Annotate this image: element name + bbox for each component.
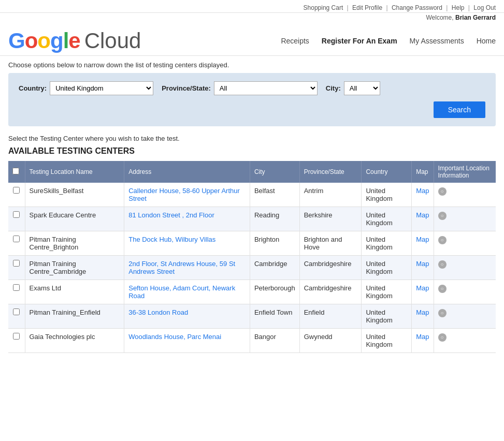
row-info: ○ xyxy=(434,304,496,329)
sep2: | xyxy=(386,4,387,11)
map-link[interactable]: Map xyxy=(416,333,429,341)
city-select[interactable]: All Belfast Reading Brighton Cambridge P… xyxy=(344,81,380,95)
row-country: United Kingdom xyxy=(362,183,412,207)
row-map: Map xyxy=(412,304,434,329)
row-checkbox-cell xyxy=(8,231,25,256)
province-select[interactable]: All Antrim Berkshire Cambridgeshire Enfi… xyxy=(214,81,318,95)
col-city-header: City xyxy=(250,161,299,183)
map-link[interactable]: Map xyxy=(416,308,429,316)
row-map: Map xyxy=(412,329,434,353)
page-instruction: Choose options below to narrow down the … xyxy=(0,56,504,73)
nav-receipts[interactable]: Receipts xyxy=(281,37,309,45)
city-filter-group: City: All Belfast Reading Brighton Cambr… xyxy=(326,81,380,95)
province-filter-group: Province/State: All Antrim Berkshire Cam… xyxy=(162,81,318,95)
row-info: ○ xyxy=(434,183,496,207)
nav-home[interactable]: Home xyxy=(477,37,496,45)
row-name: Spark Educare Centre xyxy=(25,207,124,231)
row-map: Map xyxy=(412,280,434,304)
row-checkbox-cell xyxy=(8,183,25,207)
logo-e: e xyxy=(68,28,80,53)
logo-g2: g xyxy=(50,28,63,53)
col-map-header: Map xyxy=(412,161,434,183)
main-nav: Receipts Register For An Exam My Assessm… xyxy=(281,37,496,45)
row-info: ○ xyxy=(434,231,496,256)
tc-heading: AVAILABLE TESTING CENTERS xyxy=(8,146,496,156)
row-address: 2nd Floor, St Andrews House, 59 St Andre… xyxy=(124,256,250,280)
row-address: 81 London Street , 2nd Floor xyxy=(124,207,250,231)
row-checkbox-cell xyxy=(8,207,25,231)
nav-register[interactable]: Register For An Exam xyxy=(322,37,397,45)
row-address: Woodlands House, Parc Menai xyxy=(124,329,250,353)
col-name-header: Testing Location Name xyxy=(25,161,124,183)
row-province: Berkshire xyxy=(299,207,362,231)
log-out-link[interactable]: Log Out xyxy=(473,4,496,11)
map-link[interactable]: Map xyxy=(416,260,429,268)
row-checkbox[interactable] xyxy=(13,236,20,242)
table-row: SureSkills_BelfastCallender House, 58-60… xyxy=(8,183,496,207)
row-map: Map xyxy=(412,183,434,207)
info-icon[interactable]: ○ xyxy=(438,285,447,293)
table-header: Testing Location Name Address City Provi… xyxy=(8,161,496,183)
row-info: ○ xyxy=(434,207,496,231)
col-province-header: Province/State xyxy=(299,161,362,183)
country-label: Country: xyxy=(19,84,47,92)
row-name: Pitman Training Centre_Brighton xyxy=(25,231,124,256)
info-icon[interactable]: ○ xyxy=(438,212,447,220)
info-icon[interactable]: ○ xyxy=(438,187,447,196)
row-country: United Kingdom xyxy=(362,329,412,353)
col-address-header: Address xyxy=(124,161,250,183)
nav-assessments[interactable]: My Assessments xyxy=(410,37,464,45)
welcome-bar: Welcome, Brian Gerrard xyxy=(0,13,504,23)
header-row: Testing Location Name Address City Provi… xyxy=(8,161,496,183)
row-checkbox[interactable] xyxy=(13,284,20,291)
row-city: Enfield Town xyxy=(250,304,299,329)
col-info-header: Important Location Information xyxy=(434,161,496,183)
help-link[interactable]: Help xyxy=(452,4,465,11)
row-country: United Kingdom xyxy=(362,304,412,329)
search-btn-row: Search xyxy=(19,101,485,118)
row-name: Exams Ltd xyxy=(25,280,124,304)
country-select[interactable]: United Kingdom United States Australia C… xyxy=(50,81,153,95)
edit-profile-link[interactable]: Edit Profile xyxy=(352,4,382,11)
province-label: Province/State: xyxy=(162,84,211,92)
row-name: Pitman Training Centre_Cambridge xyxy=(25,256,124,280)
row-checkbox[interactable] xyxy=(13,211,20,218)
sep1: | xyxy=(347,4,349,11)
row-checkbox[interactable] xyxy=(13,333,20,340)
row-country: United Kingdom xyxy=(362,231,412,256)
select-all-checkbox[interactable] xyxy=(12,168,19,174)
row-checkbox-cell xyxy=(8,304,25,329)
country-filter-group: Country: United Kingdom United States Au… xyxy=(19,81,153,95)
table-row: Exams LtdSefton House, Adam Court, Newar… xyxy=(8,280,496,304)
logo-l: l xyxy=(63,28,69,53)
row-name: Gaia Technologies plc xyxy=(25,329,124,353)
row-province: Cambridgeshire xyxy=(299,280,362,304)
row-checkbox[interactable] xyxy=(13,308,20,315)
info-icon[interactable]: ○ xyxy=(438,260,447,269)
search-button[interactable]: Search xyxy=(434,101,485,118)
logo-g: G xyxy=(8,28,25,53)
change-password-link[interactable]: Change Password xyxy=(392,4,442,11)
row-checkbox[interactable] xyxy=(13,187,20,194)
row-checkbox-cell xyxy=(8,329,25,353)
info-icon[interactable]: ○ xyxy=(438,236,447,244)
shopping-cart-link[interactable]: Shopping Cart xyxy=(304,4,343,11)
top-bar: Shopping Cart | Edit Profile | Change Pa… xyxy=(0,0,504,13)
map-link[interactable]: Map xyxy=(416,284,429,292)
row-province: Cambridgeshire xyxy=(299,256,362,280)
row-address: Callender House, 58-60 Upper Arthur Stre… xyxy=(124,183,250,207)
row-name: SureSkills_Belfast xyxy=(25,183,124,207)
info-icon[interactable]: ○ xyxy=(438,333,447,342)
map-link[interactable]: Map xyxy=(416,211,429,219)
table-row: Spark Educare Centre81 London Street , 2… xyxy=(8,207,496,231)
table-row: Gaia Technologies plcWoodlands House, Pa… xyxy=(8,329,496,353)
row-info: ○ xyxy=(434,280,496,304)
row-checkbox[interactable] xyxy=(13,260,20,267)
map-link[interactable]: Map xyxy=(416,187,429,195)
map-link[interactable]: Map xyxy=(416,236,429,243)
sep3: | xyxy=(446,4,448,11)
row-country: United Kingdom xyxy=(362,280,412,304)
row-country: United Kingdom xyxy=(362,207,412,231)
info-icon[interactable]: ○ xyxy=(438,309,447,317)
row-name: Pitman Training_Enfield xyxy=(25,304,124,329)
